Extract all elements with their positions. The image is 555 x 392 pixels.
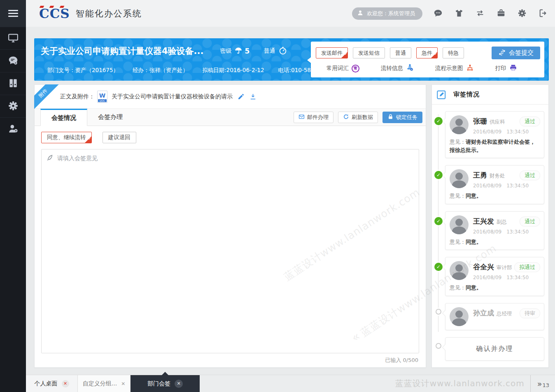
- status-badge: 拟通过: [514, 262, 540, 272]
- tab-count: 13: [542, 382, 549, 388]
- review-timeline-item: ✓ 确认并办理: [445, 337, 544, 361]
- bottom-tab-personal-desktop[interactable]: 个人桌面 ✕: [26, 375, 78, 392]
- security-level-value: 5: [245, 47, 250, 55]
- document-meta: 部门文号：资产（201675） 经办：张祥（资产处） 拟稿日期:2016-06-…: [47, 67, 336, 74]
- user-icon: [357, 9, 364, 17]
- stamp-icon: [406, 64, 414, 73]
- org-chart-icon: [466, 64, 474, 73]
- printer-icon: [509, 64, 517, 73]
- sidebar-item-archive[interactable]: [0, 72, 26, 95]
- sidebar-item-user-settings[interactable]: [0, 117, 26, 140]
- bottom-tab-custom-group[interactable]: 自定义分组... ✕: [78, 375, 131, 392]
- review-card[interactable]: 张珊 供应科 2016/08/0913:34:50 通过 意见：请财务处和监察审…: [445, 111, 544, 158]
- reviewer-name: 谷全兴: [473, 262, 494, 272]
- review-datetime: 2016/08/0913:34:50: [473, 229, 529, 235]
- review-timeline-item: ✓ 谷全兴 审计部 2016/08/0913:34:50 拟通过 意见：同意。: [445, 257, 544, 296]
- tab-sign-status[interactable]: 会签情况: [40, 109, 87, 126]
- more-tabs-button[interactable]: » 13: [530, 375, 555, 392]
- reviewer-name: 孙立成: [473, 308, 494, 318]
- send-sms-button[interactable]: 发送短信: [353, 47, 385, 58]
- char-counter: 已输入 0/500: [35, 353, 426, 367]
- app-title: 智能化办公系统: [76, 8, 142, 19]
- lock-task-button[interactable]: 锁定任务: [382, 112, 422, 123]
- flow-info-link[interactable]: 流转信息: [381, 64, 414, 73]
- attachment-file-link[interactable]: 关于实业公司申请购置计量仪器校验设备的请示: [112, 93, 233, 100]
- priority-urgent-button[interactable]: 急件✓: [416, 47, 438, 58]
- switch-icon[interactable]: [476, 9, 485, 19]
- check-icon: ✓: [434, 49, 437, 58]
- status-marker-icon: ✓: [436, 343, 441, 349]
- close-icon[interactable]: ✕: [175, 380, 183, 388]
- edit-square-icon: [436, 89, 447, 100]
- print-link[interactable]: 打印: [495, 64, 517, 73]
- edit-icon[interactable]: [238, 93, 245, 100]
- countersign-submit-button[interactable]: 会签提交: [492, 47, 540, 59]
- review-card[interactable]: 确认并办理: [445, 337, 544, 361]
- countersign-tab-strip: 会签情况 会签办理 邮件办理 刷新数据 锁定任务: [35, 109, 426, 126]
- review-opinion: 意见：同意。: [450, 284, 540, 292]
- sidebar-item-messages[interactable]: [0, 49, 26, 72]
- download-icon[interactable]: [250, 93, 257, 100]
- reviewer-dept: 供应科: [490, 119, 505, 126]
- menu-toggle-button[interactable]: [0, 0, 26, 27]
- briefcase-icon[interactable]: [497, 9, 506, 19]
- logout-icon[interactable]: [539, 9, 548, 19]
- close-icon[interactable]: ✕: [62, 380, 69, 387]
- confirm-handle-label: 确认并办理: [450, 341, 540, 357]
- watermark: 蓝蓝设计www.lanlanwork.com: [395, 378, 525, 389]
- review-opinion: 意见：请财务处和监察审计处会签，报徐总批示。: [450, 138, 540, 154]
- settings-icon[interactable]: [518, 9, 527, 19]
- check-icon: ✓: [88, 133, 91, 143]
- bottom-tab-bar: 个人桌面 ✕ 自定义分组... ✕ 部门会签 ✕ 蓝蓝设计www.lanlanw…: [26, 375, 555, 392]
- user-welcome-pill[interactable]: 欢迎您：系统管理员: [352, 7, 422, 20]
- timer-icon: [278, 46, 287, 56]
- review-card[interactable]: 王兴发 副总 2016/08/0913:34:50 通过 意见：同意。: [445, 211, 544, 250]
- countersign-opinion-input[interactable]: [41, 149, 419, 353]
- chevrons-right-icon: »: [537, 379, 541, 388]
- sidebar-item-system-settings[interactable]: [0, 95, 26, 117]
- tab-sign-handle[interactable]: 会签办理: [87, 108, 133, 126]
- user-gear-icon: [8, 123, 19, 135]
- sidebar-item-desktop[interactable]: [0, 27, 26, 49]
- welcome-text: 欢迎您：系统管理员: [367, 10, 415, 17]
- priority-extra-urgent-button[interactable]: 特急: [443, 47, 464, 58]
- status-marker-icon: ✓: [434, 171, 443, 179]
- close-icon[interactable]: ✕: [121, 381, 125, 387]
- bottom-tab-dept-countersign[interactable]: 部门会签 ✕: [131, 375, 200, 392]
- suggest-return-button[interactable]: 建议退回: [103, 132, 136, 143]
- gear-wrench-icon: [8, 100, 19, 112]
- review-card[interactable]: 孙立成 总经理 待审: [445, 303, 544, 330]
- common-words-badge-icon: 常: [352, 65, 359, 72]
- refresh-data-button[interactable]: 刷新数据: [338, 112, 378, 123]
- review-card[interactable]: 王勇 财务处 2016/08/0913:34:50 通过 意见：同意。: [445, 165, 544, 204]
- avatar: [450, 261, 469, 280]
- lock-icon: [387, 114, 394, 121]
- priority-normal-button[interactable]: 普通: [390, 47, 411, 58]
- common-words-link[interactable]: 常用词汇 常: [326, 65, 359, 72]
- reviewer-dept: 总经理: [497, 310, 512, 317]
- review-timeline-item: ✓ 王兴发 副总 2016/08/0913:34:50 通过 意见：同意。: [445, 211, 544, 250]
- reviewer-dept: 副总: [497, 219, 507, 226]
- check-icon: ✓: [344, 49, 347, 58]
- security-level: 密级 5: [220, 47, 250, 56]
- flow-chart-link[interactable]: 流程示意图: [435, 64, 474, 73]
- send-mail-button[interactable]: 发送邮件✓: [316, 47, 348, 58]
- review-card[interactable]: 谷全兴 审计部 2016/08/0913:34:50 拟通过 意见：同意。: [445, 257, 544, 296]
- opinion-input-wrap: [41, 149, 419, 353]
- theme-icon[interactable]: [455, 9, 464, 19]
- review-opinion: 意见：同意。: [450, 192, 540, 200]
- status-marker-icon: ✓: [434, 217, 443, 225]
- agree-continue-button[interactable]: 同意、继续流转✓: [41, 132, 92, 143]
- security-label: 密级: [220, 47, 232, 55]
- desktop-icon: [8, 33, 19, 44]
- review-timeline-item: ✓ 张珊 供应科 2016/08/0913:34:50 通过 意见：请财务处和监…: [445, 111, 544, 158]
- review-timeline: ✓ 张珊 供应科 2016/08/0913:34:50 通过 意见：请财务处和监…: [432, 105, 548, 368]
- left-sidebar: [0, 0, 26, 392]
- document-title: 关于实业公司申请购置计量仪器4验设备...: [41, 45, 204, 57]
- message-icon[interactable]: [434, 9, 443, 19]
- review-datetime: 2016/08/0913:34:50: [473, 129, 529, 135]
- countersign-main-panel: 附件 正文及附件： W DOC 关于实业公司申请购置计量仪器校验设备的请示 会签…: [34, 84, 426, 368]
- review-panel-title: 审签情况: [453, 91, 480, 98]
- mail-handle-button[interactable]: 邮件办理: [294, 112, 333, 123]
- app-logo: CCS: [39, 6, 70, 21]
